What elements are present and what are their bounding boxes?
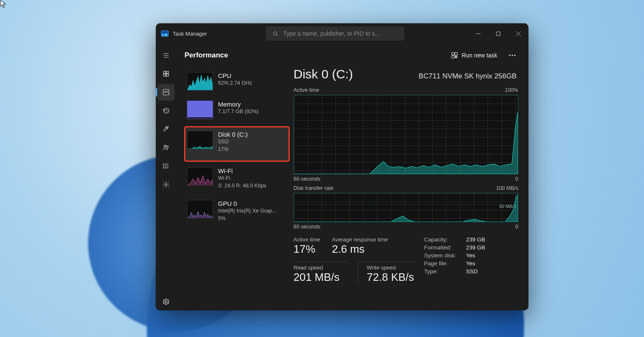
prop-pagefile-k: Page file: xyxy=(424,260,466,267)
disk-properties: Capacity: 239 GB Formatted: 239 GB Syste… xyxy=(424,236,500,284)
cpu-title: CPU xyxy=(218,72,252,79)
page-header: Performance Run new task xyxy=(176,44,528,67)
stat-avg-response-label: Average response time xyxy=(332,236,388,243)
stat-active-time-label: Active time xyxy=(293,236,320,243)
task-manager-window: Task Manager Performan xyxy=(156,23,528,310)
wifi-thumb xyxy=(187,167,213,186)
prop-capacity-v: 239 GB xyxy=(466,236,500,243)
gpu-sub2: 5% xyxy=(218,215,276,222)
memory-thumb xyxy=(187,101,213,119)
nav-processes[interactable] xyxy=(158,65,174,82)
nav-services[interactable] xyxy=(158,176,174,193)
wifi-sub2: S: 24.0 R: 48.0 Kbps xyxy=(218,182,266,189)
mouse-cursor xyxy=(0,0,7,8)
chart2-max: 100 MB/s xyxy=(496,185,518,191)
gpu-sub1: Intel(R) Iris(R) Xe Grap... xyxy=(218,207,276,215)
svg-rect-28 xyxy=(452,56,454,58)
maximize-button[interactable] xyxy=(488,23,508,44)
search-box[interactable] xyxy=(266,26,404,41)
svg-point-32 xyxy=(509,54,510,56)
nav-app-history[interactable] xyxy=(158,102,174,119)
app-icon xyxy=(161,31,169,36)
more-options-button[interactable] xyxy=(505,48,520,63)
svg-rect-11 xyxy=(164,74,166,76)
transfer-rate-chart: 60 MB/s xyxy=(293,193,518,222)
run-task-icon xyxy=(451,52,458,59)
stat-read-label: Read speed xyxy=(293,264,340,271)
cpu-sub: 52% 2.74 GHz xyxy=(218,79,252,87)
nav-rail xyxy=(156,44,176,310)
close-button[interactable] xyxy=(508,23,528,44)
nav-details[interactable] xyxy=(158,158,174,174)
svg-point-22 xyxy=(163,166,164,166)
resource-item-disk0[interactable]: Disk 0 (C:) SSD 17% xyxy=(184,127,289,161)
search-input[interactable] xyxy=(283,30,397,37)
stat-active-time-value: 17% xyxy=(293,243,320,256)
cpu-thumb xyxy=(187,72,213,91)
prop-formatted-k: Formatted: xyxy=(424,244,466,251)
resource-item-gpu0[interactable]: GPU 0 Intel(R) Iris(R) Xe Grap... 5% xyxy=(184,197,289,226)
svg-point-15 xyxy=(166,127,167,128)
disk-thumb xyxy=(187,131,213,149)
svg-rect-12 xyxy=(166,74,169,76)
nav-users[interactable] xyxy=(158,139,174,156)
prop-system-v: Yes xyxy=(466,252,500,259)
detail-title: Disk 0 (C:) xyxy=(293,67,353,81)
gpu-title: GPU 0 xyxy=(218,200,276,207)
chart1-label: Active time xyxy=(293,87,319,93)
svg-rect-9 xyxy=(164,71,166,73)
svg-point-23 xyxy=(163,168,164,168)
resource-item-memory[interactable]: Memory 7.1/7.7 GB (92%) xyxy=(184,98,289,123)
ellipsis-icon xyxy=(509,54,516,56)
nav-performance[interactable] xyxy=(158,84,174,101)
memory-sub: 7.1/7.7 GB (92%) xyxy=(218,108,259,115)
svg-rect-10 xyxy=(166,71,169,73)
resource-item-cpu[interactable]: CPU 52% 2.74 GHz xyxy=(184,70,289,95)
active-time-chart xyxy=(293,95,518,174)
wifi-sub1: Wi-Fi xyxy=(218,174,266,182)
nav-settings[interactable] xyxy=(158,293,174,310)
svg-point-34 xyxy=(514,54,515,56)
minimize-button[interactable] xyxy=(468,23,488,44)
disk-sub2: 17% xyxy=(218,145,248,153)
svg-point-0 xyxy=(273,31,276,34)
memory-title: Memory xyxy=(218,101,259,108)
chart1-xleft: 60 seconds xyxy=(293,176,320,182)
svg-point-33 xyxy=(512,54,513,56)
search-icon xyxy=(273,31,278,37)
prop-pagefile-v: Yes xyxy=(466,260,500,267)
chart1-xright: 0 xyxy=(515,176,518,182)
svg-point-17 xyxy=(167,146,169,148)
run-new-task-label: Run new task xyxy=(462,52,497,59)
stat-avg-response-value: 2.6 ms xyxy=(332,243,388,256)
chart1-max: 100% xyxy=(505,87,518,93)
svg-point-16 xyxy=(164,145,166,147)
nav-startup-apps[interactable] xyxy=(158,121,174,137)
page-title: Performance xyxy=(184,51,228,60)
stat-write-value: 72.8 KB/s xyxy=(367,271,414,284)
titlebar[interactable]: Task Manager xyxy=(156,23,528,44)
svg-rect-3 xyxy=(496,32,500,36)
stat-write-label: Write speed xyxy=(367,264,414,271)
svg-point-21 xyxy=(163,164,164,165)
chart2-xright: 0 xyxy=(515,224,518,230)
prop-capacity-k: Capacity: xyxy=(424,236,466,243)
prop-type-v: SSD xyxy=(466,268,500,275)
chart2-xleft: 60 seconds xyxy=(293,224,320,230)
hamburger-button[interactable] xyxy=(158,47,174,64)
disk-title: Disk 0 (C:) xyxy=(218,131,248,138)
svg-point-25 xyxy=(165,301,167,303)
svg-line-1 xyxy=(276,34,277,36)
app-title: Task Manager xyxy=(173,31,207,37)
disk-sub1: SSD xyxy=(218,138,248,145)
svg-point-24 xyxy=(165,184,167,186)
prop-formatted-v: 239 GB xyxy=(466,244,500,251)
wifi-title: Wi-Fi xyxy=(218,167,266,174)
prop-type-k: Type: xyxy=(424,268,466,275)
stat-read-value: 201 MB/s xyxy=(293,271,340,284)
detail-pane: Disk 0 (C:) BC711 NVMe SK hynix 256GB Ac… xyxy=(293,67,528,310)
svg-rect-26 xyxy=(452,52,454,55)
run-new-task-button[interactable]: Run new task xyxy=(447,49,501,62)
resource-list: CPU 52% 2.74 GHz Memory 7.1/7.7 GB (92%) xyxy=(184,67,293,310)
resource-item-wifi[interactable]: Wi-Fi Wi-Fi S: 24.0 R: 48.0 Kbps xyxy=(184,165,289,194)
